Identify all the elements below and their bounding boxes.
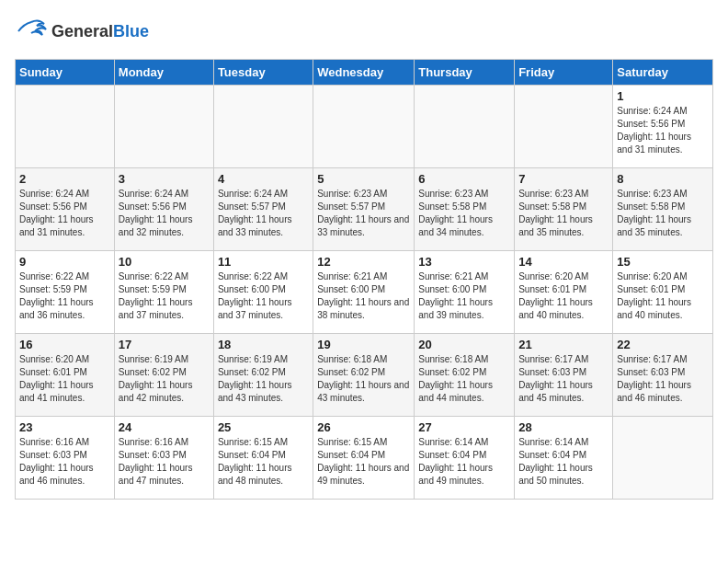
day-info: Sunrise: 6:23 AM Sunset: 5:58 PM Dayligh… [518,188,609,239]
day-number: 24 [119,420,210,434]
day-info: Sunrise: 6:24 AM Sunset: 5:56 PM Dayligh… [19,188,110,239]
day-number: 22 [617,338,709,351]
calendar-cell: 21Sunrise: 6:17 AM Sunset: 6:03 PM Dayli… [515,334,613,417]
header-cell-tuesday: Tuesday [213,60,313,86]
day-number: 3 [119,172,210,186]
calendar-cell: 2Sunrise: 6:24 AM Sunset: 5:56 PM Daylig… [16,168,115,251]
day-info: Sunrise: 6:22 AM Sunset: 6:00 PM Dayligh… [218,270,309,322]
calendar-cell: 19Sunrise: 6:18 AM Sunset: 6:02 PM Dayli… [313,334,415,417]
day-info: Sunrise: 6:24 AM Sunset: 5:57 PM Dayligh… [218,188,309,239]
header-cell-saturday: Saturday [613,60,713,86]
calendar-cell: 14Sunrise: 6:20 AM Sunset: 6:01 PM Dayli… [515,251,613,334]
week-row-4: 16Sunrise: 6:20 AM Sunset: 6:01 PM Dayli… [16,334,713,417]
calendar-cell: 28Sunrise: 6:14 AM Sunset: 6:04 PM Dayli… [515,417,613,500]
day-info: Sunrise: 6:18 AM Sunset: 6:02 PM Dayligh… [418,353,510,405]
logo-icon [15,15,48,48]
day-info: Sunrise: 6:19 AM Sunset: 6:02 PM Dayligh… [119,353,210,405]
svg-rect-0 [15,15,48,48]
day-number: 23 [19,420,110,434]
day-info: Sunrise: 6:14 AM Sunset: 6:04 PM Dayligh… [518,436,609,488]
logo: GeneralBlue [15,15,149,48]
week-row-5: 23Sunrise: 6:16 AM Sunset: 6:03 PM Dayli… [16,417,713,500]
calendar-cell: 24Sunrise: 6:16 AM Sunset: 6:03 PM Dayli… [114,417,213,500]
day-info: Sunrise: 6:24 AM Sunset: 5:56 PM Dayligh… [617,105,709,156]
day-number: 19 [317,338,410,351]
day-info: Sunrise: 6:22 AM Sunset: 5:59 PM Dayligh… [19,270,110,322]
day-number: 7 [518,172,609,186]
day-number: 1 [617,89,709,103]
calendar-cell: 25Sunrise: 6:15 AM Sunset: 6:04 PM Dayli… [213,417,313,500]
day-info: Sunrise: 6:15 AM Sunset: 6:04 PM Dayligh… [317,436,410,488]
calendar-cell: 11Sunrise: 6:22 AM Sunset: 6:00 PM Dayli… [213,251,313,334]
calendar-cell: 23Sunrise: 6:16 AM Sunset: 6:03 PM Dayli… [16,417,115,500]
day-info: Sunrise: 6:15 AM Sunset: 6:04 PM Dayligh… [218,436,309,488]
day-info: Sunrise: 6:20 AM Sunset: 6:01 PM Dayligh… [617,270,709,322]
day-number: 11 [218,255,309,269]
calendar-table: SundayMondayTuesdayWednesdayThursdayFrid… [15,59,713,500]
calendar-cell: 9Sunrise: 6:22 AM Sunset: 5:59 PM Daylig… [16,251,115,334]
day-number: 13 [418,255,510,269]
calendar-cell: 5Sunrise: 6:23 AM Sunset: 5:57 PM Daylig… [313,168,415,251]
calendar-cell: 6Sunrise: 6:23 AM Sunset: 5:58 PM Daylig… [415,168,515,251]
day-info: Sunrise: 6:20 AM Sunset: 6:01 PM Dayligh… [19,353,110,405]
page-header: GeneralBlue [15,15,713,48]
calendar-cell: 18Sunrise: 6:19 AM Sunset: 6:02 PM Dayli… [213,334,313,417]
day-number: 28 [518,420,609,434]
calendar-cell: 8Sunrise: 6:23 AM Sunset: 5:58 PM Daylig… [613,168,713,251]
calendar-cell [415,86,515,168]
calendar-header: SundayMondayTuesdayWednesdayThursdayFrid… [16,60,713,86]
calendar-cell [213,86,313,168]
day-number: 4 [218,172,309,186]
day-number: 10 [119,255,210,269]
day-number: 26 [317,420,410,434]
day-info: Sunrise: 6:16 AM Sunset: 6:03 PM Dayligh… [119,436,210,488]
calendar-cell [114,86,213,168]
day-info: Sunrise: 6:17 AM Sunset: 6:03 PM Dayligh… [518,353,609,405]
day-number: 8 [617,172,709,186]
calendar-cell: 1Sunrise: 6:24 AM Sunset: 5:56 PM Daylig… [613,86,713,168]
calendar-cell [613,417,713,500]
day-number: 5 [317,172,410,186]
day-number: 6 [418,172,510,186]
header-cell-friday: Friday [515,60,613,86]
day-number: 27 [418,420,510,434]
calendar-cell: 15Sunrise: 6:20 AM Sunset: 6:01 PM Dayli… [613,251,713,334]
header-cell-monday: Monday [114,60,213,86]
day-info: Sunrise: 6:21 AM Sunset: 6:00 PM Dayligh… [317,270,410,322]
calendar-cell: 22Sunrise: 6:17 AM Sunset: 6:03 PM Dayli… [613,334,713,417]
logo-text: GeneralBlue [51,22,149,41]
day-number: 2 [19,172,110,186]
day-number: 20 [418,338,510,351]
day-info: Sunrise: 6:18 AM Sunset: 6:02 PM Dayligh… [317,353,410,405]
day-info: Sunrise: 6:23 AM Sunset: 5:57 PM Dayligh… [317,188,410,239]
day-number: 12 [317,255,410,269]
calendar-body: 1Sunrise: 6:24 AM Sunset: 5:56 PM Daylig… [16,86,713,500]
calendar-cell: 16Sunrise: 6:20 AM Sunset: 6:01 PM Dayli… [16,334,115,417]
header-cell-thursday: Thursday [415,60,515,86]
calendar-cell: 10Sunrise: 6:22 AM Sunset: 5:59 PM Dayli… [114,251,213,334]
day-number: 21 [518,338,609,351]
day-number: 14 [518,255,609,269]
calendar-cell [515,86,613,168]
calendar-cell: 7Sunrise: 6:23 AM Sunset: 5:58 PM Daylig… [515,168,613,251]
day-info: Sunrise: 6:21 AM Sunset: 6:00 PM Dayligh… [418,270,510,322]
day-number: 25 [218,420,309,434]
day-info: Sunrise: 6:23 AM Sunset: 5:58 PM Dayligh… [617,188,709,239]
calendar-cell: 26Sunrise: 6:15 AM Sunset: 6:04 PM Dayli… [313,417,415,500]
day-info: Sunrise: 6:19 AM Sunset: 6:02 PM Dayligh… [218,353,309,405]
calendar-cell: 20Sunrise: 6:18 AM Sunset: 6:02 PM Dayli… [415,334,515,417]
week-row-2: 2Sunrise: 6:24 AM Sunset: 5:56 PM Daylig… [16,168,713,251]
day-number: 9 [19,255,110,269]
header-cell-wednesday: Wednesday [313,60,415,86]
calendar-cell: 3Sunrise: 6:24 AM Sunset: 5:56 PM Daylig… [114,168,213,251]
day-number: 16 [19,338,110,351]
day-info: Sunrise: 6:22 AM Sunset: 5:59 PM Dayligh… [119,270,210,322]
calendar-cell: 17Sunrise: 6:19 AM Sunset: 6:02 PM Dayli… [114,334,213,417]
header-cell-sunday: Sunday [16,60,115,86]
calendar-cell: 12Sunrise: 6:21 AM Sunset: 6:00 PM Dayli… [313,251,415,334]
day-info: Sunrise: 6:14 AM Sunset: 6:04 PM Dayligh… [418,436,510,488]
calendar-cell: 13Sunrise: 6:21 AM Sunset: 6:00 PM Dayli… [415,251,515,334]
day-info: Sunrise: 6:17 AM Sunset: 6:03 PM Dayligh… [617,353,709,405]
calendar-cell: 27Sunrise: 6:14 AM Sunset: 6:04 PM Dayli… [415,417,515,500]
week-row-1: 1Sunrise: 6:24 AM Sunset: 5:56 PM Daylig… [16,86,713,168]
